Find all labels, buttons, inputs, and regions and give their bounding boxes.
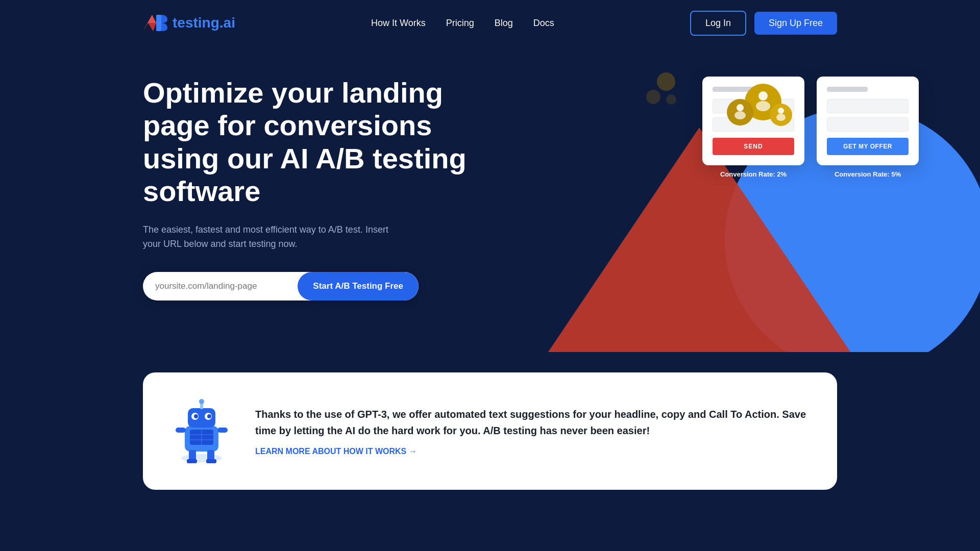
svg-point-12 bbox=[737, 104, 744, 111]
svg-point-6 bbox=[666, 94, 676, 105]
card-b-label-bar bbox=[827, 87, 868, 92]
nav-docs[interactable]: Docs bbox=[533, 18, 554, 29]
hero-section: SEND Conversion Rate: 2% GET MY OFFER Co… bbox=[0, 46, 980, 352]
card-b-wrapper: GET MY OFFER Conversion Rate: 5% bbox=[817, 77, 919, 178]
card-b: GET MY OFFER bbox=[817, 77, 919, 165]
svg-point-11 bbox=[756, 101, 770, 111]
logo: testing.ai bbox=[143, 13, 235, 33]
svg-rect-2 bbox=[156, 15, 161, 31]
svg-rect-33 bbox=[176, 428, 186, 433]
nav-links: How It Works Pricing Blog Docs bbox=[371, 18, 554, 29]
nav-actions: Log In Sign Up Free bbox=[690, 11, 837, 36]
hero-title: Optimize your landing page for conversio… bbox=[143, 77, 470, 208]
svg-point-4 bbox=[657, 72, 675, 91]
card-b-button[interactable]: GET MY OFFER bbox=[827, 138, 909, 155]
svg-point-10 bbox=[758, 91, 768, 101]
card-a-conversion: Conversion Rate: 2% bbox=[720, 170, 787, 178]
svg-rect-34 bbox=[217, 428, 228, 433]
feature-body: Thanks to the use of GPT-3, we offer aut… bbox=[255, 406, 806, 439]
hero-content: Optimize your landing page for conversio… bbox=[143, 77, 470, 300]
svg-point-5 bbox=[646, 90, 660, 104]
login-button[interactable]: Log In bbox=[690, 11, 746, 36]
feature-band: Thanks to the use of GPT-3, we offer aut… bbox=[143, 372, 837, 490]
nav-how-it-works[interactable]: How It Works bbox=[371, 18, 426, 29]
svg-marker-1 bbox=[148, 23, 156, 31]
hero-input-row: Start A/B Testing Free bbox=[143, 272, 419, 300]
robot-icon bbox=[174, 398, 230, 464]
nav-blog[interactable]: Blog bbox=[495, 18, 513, 29]
nav-pricing[interactable]: Pricing bbox=[446, 18, 474, 29]
cta-button[interactable]: Start A/B Testing Free bbox=[298, 272, 419, 300]
svg-point-14 bbox=[778, 108, 784, 114]
card-b-conversion: Conversion Rate: 5% bbox=[835, 170, 901, 178]
logo-icon bbox=[143, 13, 167, 33]
card-b-input-1 bbox=[827, 99, 909, 113]
feature-link[interactable]: LEARN MORE ABOUT HOW IT WORKS → bbox=[255, 447, 417, 456]
svg-point-25 bbox=[194, 414, 198, 418]
svg-point-15 bbox=[776, 114, 786, 121]
svg-point-28 bbox=[199, 399, 204, 404]
hero-subtitle: The easiest, fastest and most efficient … bbox=[143, 222, 398, 252]
svg-rect-32 bbox=[206, 459, 216, 463]
card-a-button[interactable]: SEND bbox=[713, 138, 794, 155]
card-b-input-2 bbox=[827, 117, 909, 132]
svg-point-26 bbox=[207, 414, 211, 418]
logo-text: testing.ai bbox=[173, 15, 235, 31]
signup-button[interactable]: Sign Up Free bbox=[754, 12, 837, 35]
svg-point-13 bbox=[734, 111, 746, 119]
feature-text: Thanks to the use of GPT-3, we offer aut… bbox=[255, 406, 806, 456]
url-input[interactable] bbox=[143, 272, 298, 300]
dot-cluster-decoration bbox=[638, 71, 684, 119]
user-cluster-decoration bbox=[725, 71, 786, 133]
navbar: testing.ai How It Works Pricing Blog Doc… bbox=[0, 0, 980, 46]
svg-rect-31 bbox=[187, 459, 197, 463]
